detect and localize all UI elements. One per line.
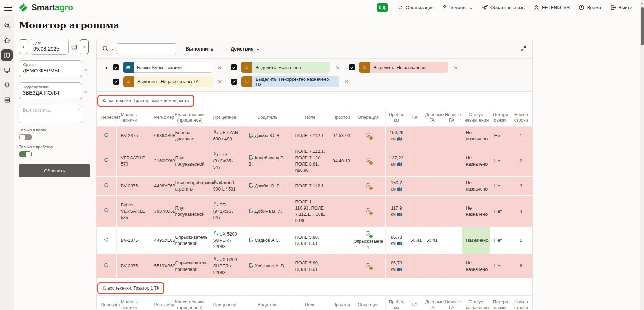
- recalculate-button[interactable]: [103, 207, 109, 213]
- user-menu-item[interactable]: EFTENIJ_VS: [534, 5, 570, 10]
- reg-number-cell: 5519ХВ68: [150, 254, 171, 279]
- model-cell: BV-2375: [116, 227, 150, 254]
- chip-close-button[interactable]: ×: [344, 78, 348, 85]
- logo-diamond-icon: [18, 2, 28, 13]
- column-header: Потери связи: [490, 108, 510, 127]
- chip-checkbox[interactable]: [231, 79, 237, 85]
- recalculate-button[interactable]: [103, 182, 109, 188]
- organization-menu-item[interactable]: Организация: [397, 5, 433, 10]
- chip-label: Выделить: Назначено: [252, 62, 330, 73]
- ga-cell: [408, 127, 422, 145]
- chip-highlight-not-assigned[interactable]: ☆ Выделить: Не назначено: [359, 62, 448, 73]
- date-field[interactable]: Дата 05.08.2025: [30, 39, 69, 55]
- search-input[interactable]: [117, 43, 176, 54]
- implement-person-icon: [213, 231, 218, 236]
- rail-item-monitor[interactable]: [1, 64, 13, 76]
- calendar-button[interactable]: [70, 43, 78, 51]
- track-map-icon[interactable]: [397, 187, 402, 191]
- search-column-selector[interactable]: ⌄: [102, 45, 114, 52]
- row-number-cell: 6: [510, 254, 532, 279]
- hamburger-menu-button[interactable]: [4, 5, 12, 11]
- entity-select[interactable]: Юр.лицо ДЕМО ФЕРМЫ ⌄: [19, 60, 96, 77]
- recalc-cell: [97, 177, 116, 195]
- night-ga-cell: [442, 127, 462, 145]
- report-toolbar: ⌄ Выполнить Действия ⌄: [97, 39, 532, 59]
- night-ga-cell: [442, 145, 462, 177]
- chip-label: Блоки: Класс техники: [134, 62, 212, 73]
- night-ga-cell: [442, 254, 462, 279]
- track-map-icon[interactable]: [397, 267, 402, 272]
- track-map-icon[interactable]: [397, 137, 402, 141]
- driver-doc-icon: [249, 263, 254, 268]
- chip-checkbox[interactable]: [349, 64, 355, 70]
- operation-cell: [351, 145, 385, 177]
- recalc-cell: [97, 145, 116, 177]
- recalculate-button[interactable]: [103, 237, 109, 243]
- toggle-knob: [26, 152, 31, 157]
- driver-cell: Садков А.С.: [244, 227, 291, 254]
- reg-number-cell: 4495УЕ68: [150, 227, 171, 254]
- scroll-up-arrow[interactable]: ▲: [640, 2, 644, 5]
- only-fields-toggle[interactable]: [19, 134, 32, 140]
- rail-item-analytics[interactable]: [1, 19, 13, 31]
- date-prev-button[interactable]: ‹: [19, 39, 28, 54]
- collapse-triangle[interactable]: ▼: [105, 65, 108, 70]
- execute-button[interactable]: Выполнить: [186, 46, 213, 52]
- recalculate-button[interactable]: [103, 262, 109, 268]
- chip-highlight-assigned[interactable]: ☆ Выделить: Назначено: [241, 62, 330, 73]
- time-menu-item[interactable]: Время: [579, 5, 601, 10]
- chip-checkbox[interactable]: [231, 64, 237, 70]
- operation-badge: [369, 187, 373, 190]
- track-map-icon[interactable]: [397, 241, 402, 246]
- chip-close-button[interactable]: ×: [454, 64, 458, 71]
- chip-blocks-class[interactable]: Блоки: Класс техники: [123, 62, 212, 73]
- division-value: ЗВЕЗДА ПОЛЯ: [23, 90, 79, 96]
- scrollbar-thumb[interactable]: [641, 7, 644, 45]
- division-select[interactable]: Подразделение ЗВЕЗДА ПОЛЯ ⌄: [19, 82, 96, 99]
- recalculate-button[interactable]: [103, 132, 109, 138]
- username-label: EFTENIJ_VS: [542, 5, 570, 10]
- driver-label: Садков А.С.: [255, 238, 280, 243]
- only-mileage-toggle[interactable]: [19, 151, 32, 157]
- mileage-cell: 86,73 км: [385, 254, 408, 279]
- machines-input[interactable]: [23, 107, 75, 121]
- vertical-scrollbar[interactable]: ▲: [640, 0, 644, 310]
- rail-item-home[interactable]: [1, 34, 13, 46]
- division-label: Подразделение: [23, 85, 79, 89]
- feedback-menu-item[interactable]: Обратная связь: [482, 5, 525, 10]
- link-loss-cell: Нет: [490, 196, 510, 227]
- rail-item-map-monitor[interactable]: [1, 49, 13, 61]
- brand-logo: Smartagro: [18, 2, 73, 13]
- organization-sync-icon: [397, 5, 403, 10]
- chip-checkbox[interactable]: [113, 79, 119, 85]
- chip-close-button[interactable]: ×: [336, 64, 340, 71]
- date-next-button[interactable]: ›: [80, 39, 89, 54]
- actions-menu-button[interactable]: Действия ⌄: [231, 46, 260, 52]
- maximize-button[interactable]: [520, 45, 527, 52]
- driver-doc-icon: [249, 183, 254, 188]
- operation-status-icon: [365, 262, 372, 269]
- recalc-cell: [97, 254, 116, 279]
- chip-checkbox[interactable]: [113, 64, 119, 70]
- status-cell: Не назначено: [462, 196, 490, 227]
- notification-badge[interactable]: 1: [377, 3, 388, 12]
- star-icon: ☆: [241, 62, 252, 73]
- track-map-icon[interactable]: [397, 212, 402, 216]
- track-map-icon[interactable]: [397, 162, 402, 166]
- rail-item-table[interactable]: [1, 94, 13, 106]
- user-icon: [534, 5, 539, 10]
- refresh-button[interactable]: Обновить: [19, 164, 90, 177]
- chip-close-button[interactable]: ×: [218, 78, 222, 85]
- logout-menu-item[interactable]: Выйти: [610, 5, 632, 10]
- recalc-cell: [97, 196, 116, 227]
- chevron-down-icon: ⌄: [469, 5, 473, 10]
- rail-item-settings[interactable]: ⚙: [1, 79, 13, 91]
- chip-close-button[interactable]: ×: [217, 64, 222, 71]
- operation-badge: [369, 212, 373, 215]
- logout-icon: [610, 5, 616, 10]
- column-header: Класс техники (прицепное): [171, 108, 209, 127]
- recalculate-button[interactable]: [103, 157, 109, 163]
- chip-highlight-incorrect-pz[interactable]: ☆ Выделить: Некорректно назначено ПЗ: [241, 76, 339, 87]
- help-menu-item[interactable]: ? Помощь ⌄: [443, 5, 473, 11]
- chip-highlight-no-ga[interactable]: ☆ Выделить: Не рассчитаны ГА: [123, 76, 213, 87]
